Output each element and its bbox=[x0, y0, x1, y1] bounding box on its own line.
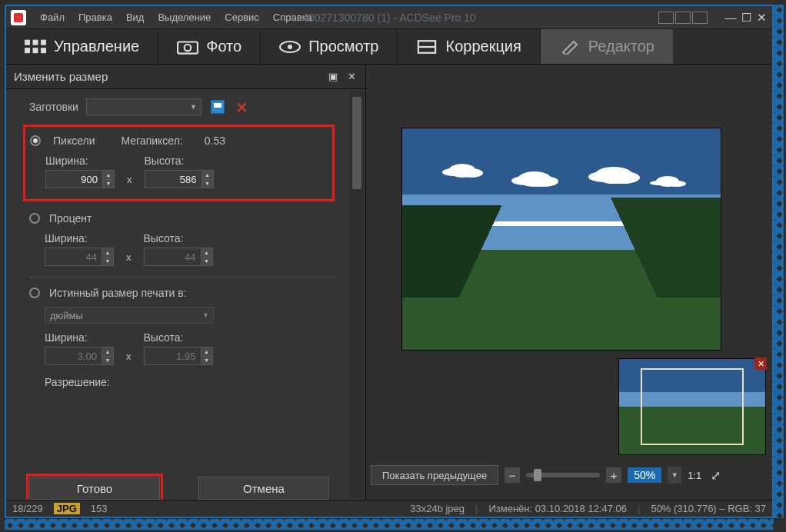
tab-view-label: Просмотр bbox=[308, 38, 378, 55]
x-separator: x bbox=[122, 174, 137, 188]
pct-width-input[interactable] bbox=[45, 248, 102, 266]
image-preview[interactable] bbox=[401, 128, 721, 351]
menu-select[interactable]: Выделение bbox=[158, 12, 211, 23]
svg-point-9 bbox=[288, 45, 292, 49]
panel-close-icon[interactable]: ✕ bbox=[345, 71, 358, 83]
window-title: 400271300780 (1) - ACDSee Pro 10 bbox=[302, 12, 476, 24]
zoom-dropdown[interactable]: ▼ bbox=[668, 467, 681, 484]
app-icon bbox=[11, 10, 26, 25]
done-button[interactable]: Готово bbox=[29, 477, 160, 500]
px-height-input[interactable] bbox=[145, 170, 201, 188]
spin-up-icon[interactable]: ▲ bbox=[102, 248, 113, 258]
spin-up-icon[interactable]: ▲ bbox=[202, 171, 213, 180]
zoom-slider[interactable] bbox=[526, 473, 600, 477]
radio-pixels-label: Пиксели bbox=[53, 135, 95, 147]
print-width-input[interactable] bbox=[45, 347, 102, 365]
status-format-badge: JPG bbox=[54, 503, 80, 514]
tab-manage[interactable]: Управление bbox=[6, 29, 158, 64]
cancel-button[interactable]: Отмена bbox=[198, 477, 329, 500]
print-height-input[interactable] bbox=[144, 347, 201, 365]
panel-title: Изменить размер bbox=[14, 70, 321, 83]
status-size: 153 bbox=[91, 503, 108, 514]
spin-up-icon[interactable]: ▲ bbox=[201, 248, 212, 258]
px-width-input[interactable] bbox=[45, 170, 102, 188]
layout-presets[interactable] bbox=[658, 12, 708, 24]
radio-print[interactable] bbox=[29, 288, 40, 298]
spin-down-icon[interactable]: ▼ bbox=[102, 357, 113, 365]
spin-down-icon[interactable]: ▼ bbox=[202, 180, 213, 188]
save-preset-button[interactable] bbox=[209, 98, 226, 115]
megapixel-value: 0.53 bbox=[205, 135, 225, 147]
show-previous-button[interactable]: Показать предыдущее bbox=[371, 465, 498, 485]
radio-percent-label: Процент bbox=[49, 212, 92, 224]
minimize-button[interactable]: — bbox=[724, 11, 737, 24]
pct-width-spin[interactable]: ▲▼ bbox=[45, 248, 114, 266]
pct-width-label: Ширина: bbox=[45, 232, 114, 244]
print-unit-combo[interactable]: дюймы bbox=[45, 307, 214, 324]
navigator-close-icon[interactable]: ✕ bbox=[754, 357, 767, 370]
tab-manage-label: Управление bbox=[54, 38, 139, 55]
print-height-spin[interactable]: ▲▼ bbox=[144, 347, 213, 365]
tab-adjust[interactable]: Коррекция bbox=[397, 29, 539, 64]
spin-down-icon[interactable]: ▼ bbox=[201, 357, 212, 365]
fit-1to1-button[interactable]: 1:1 bbox=[688, 470, 701, 481]
print-height-label: Высота: bbox=[144, 331, 213, 344]
svg-rect-5 bbox=[41, 48, 46, 53]
close-button[interactable]: ✕ bbox=[755, 11, 768, 25]
panel-scrollbar[interactable] bbox=[350, 91, 364, 498]
spin-up-icon[interactable]: ▲ bbox=[103, 171, 114, 180]
spin-down-icon[interactable]: ▼ bbox=[103, 180, 114, 188]
print-width-spin[interactable]: ▲▼ bbox=[45, 347, 114, 365]
pixels-section-highlight: Пиксели Мегапиксел: 0.53 Ширина: ▲▼ x bbox=[23, 125, 335, 201]
svg-rect-4 bbox=[33, 48, 38, 53]
zoom-percent: 50% bbox=[628, 467, 661, 483]
tab-view[interactable]: Просмотр bbox=[260, 29, 397, 64]
spin-up-icon[interactable]: ▲ bbox=[201, 347, 212, 357]
status-dims: 33x24b jpeg bbox=[410, 503, 465, 514]
pin-icon[interactable]: ▣ bbox=[327, 71, 339, 83]
save-icon bbox=[211, 100, 225, 114]
presets-combo[interactable] bbox=[86, 98, 201, 115]
maximize-button[interactable]: ☐ bbox=[740, 11, 752, 25]
spin-down-icon[interactable]: ▼ bbox=[201, 258, 212, 266]
spin-up-icon[interactable]: ▲ bbox=[102, 347, 113, 357]
delete-preset-button[interactable]: ✕ bbox=[234, 98, 251, 115]
navigator-thumbnail[interactable]: ✕ bbox=[618, 358, 766, 455]
menu-help[interactable]: Справка bbox=[273, 12, 312, 23]
svg-rect-2 bbox=[41, 39, 46, 45]
x-separator: x bbox=[122, 351, 136, 365]
svg-point-7 bbox=[185, 44, 192, 51]
menu-service[interactable]: Сервис bbox=[225, 12, 259, 23]
status-count: 18/229 bbox=[12, 503, 43, 514]
zoom-out-button[interactable]: − bbox=[505, 467, 520, 483]
titlebar: Файл Правка Вид Выделение Сервис Справка… bbox=[6, 6, 772, 29]
brush-icon bbox=[559, 39, 581, 55]
resize-panel: Изменить размер ▣ ✕ Заготовки ✕ Пикс bbox=[6, 65, 366, 500]
tab-photo[interactable]: Фото bbox=[158, 29, 260, 64]
svg-rect-0 bbox=[25, 39, 30, 45]
status-bar: 18/229 JPG 153 33x24b jpeg | Изменён: 03… bbox=[6, 500, 772, 517]
px-height-spin[interactable]: ▲▼ bbox=[145, 170, 214, 188]
zoom-in-button[interactable]: + bbox=[606, 467, 621, 483]
x-separator: x bbox=[122, 251, 136, 266]
spin-down-icon[interactable]: ▼ bbox=[102, 258, 113, 266]
radio-print-label: Истинный размер печати в: bbox=[49, 287, 187, 299]
menu-file[interactable]: Файл bbox=[40, 12, 65, 23]
px-width-spin[interactable]: ▲▼ bbox=[45, 170, 115, 188]
grid-icon bbox=[25, 39, 46, 55]
radio-percent[interactable] bbox=[29, 213, 40, 224]
menu-view[interactable]: Вид bbox=[126, 12, 145, 23]
photo-icon bbox=[177, 39, 198, 55]
radio-pixels[interactable] bbox=[30, 135, 41, 146]
px-width-label: Ширина: bbox=[45, 155, 115, 167]
presets-label: Заготовки bbox=[29, 101, 78, 113]
delete-icon: ✕ bbox=[235, 98, 248, 117]
pct-height-spin[interactable]: ▲▼ bbox=[144, 248, 213, 266]
pct-height-input[interactable] bbox=[144, 248, 201, 266]
sliders-icon bbox=[416, 39, 438, 55]
print-unit-value: дюймы bbox=[50, 310, 83, 321]
tab-edit[interactable]: Редактор bbox=[540, 29, 673, 64]
tab-edit-label: Редактор bbox=[588, 38, 654, 55]
menu-edit[interactable]: Правка bbox=[78, 12, 112, 23]
fullscreen-icon[interactable]: ⤢ bbox=[708, 467, 723, 483]
